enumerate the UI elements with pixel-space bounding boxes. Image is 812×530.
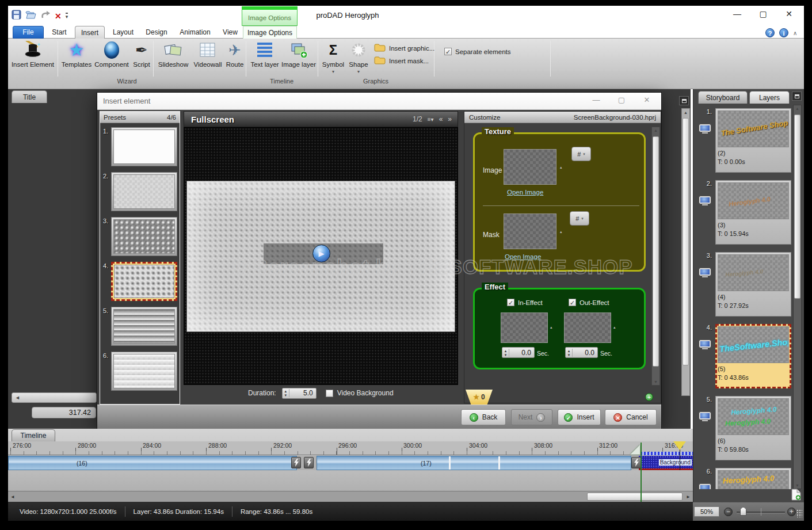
image-layer-button[interactable]: Image layer (281, 40, 317, 77)
preset-item-6[interactable]: 6. (100, 351, 180, 392)
play-button[interactable]: ▶ (312, 245, 330, 262)
save-icon[interactable] (12, 10, 21, 22)
add-icon[interactable]: + (645, 393, 653, 401)
zoom-slider-handle[interactable] (740, 507, 746, 516)
preset-item-3[interactable]: 3. (100, 216, 180, 258)
scrollbar-thumb[interactable] (653, 136, 659, 367)
scroll-left-icon[interactable]: ◄ (10, 494, 15, 500)
window-close-button[interactable]: ✕ (780, 9, 798, 18)
scroll-down-icon[interactable]: ▼ (654, 380, 658, 384)
route-button[interactable]: ✈ Route (223, 40, 246, 77)
out-effect-checkbox[interactable]: ✓ Out-Effect (569, 299, 609, 306)
preset-item-2[interactable]: 2. (100, 171, 180, 213)
filter-icon[interactable]: ≡▾ (428, 116, 434, 123)
canvas-tab-title[interactable]: Title (12, 90, 47, 103)
previous-page-icon[interactable]: « (439, 115, 443, 123)
canvas-horizontal-scrollbar[interactable]: ◄ (12, 392, 97, 403)
texture-mask-hash-dropdown[interactable]: #▾ (570, 211, 589, 226)
transition-bolt-icon[interactable] (304, 457, 314, 468)
open-image-link[interactable]: Open Image (507, 189, 543, 196)
tab-image-options[interactable]: Image Options (243, 26, 297, 39)
layer-item-2[interactable]: 2. Heroglyph 4.0 (3) T: 0 15.94s (695, 180, 792, 248)
preset-item-4-selected[interactable]: 4. (100, 261, 180, 303)
back-button[interactable]: ‹ Back (461, 409, 506, 425)
resize-grip[interactable] (796, 509, 802, 517)
insert-mask-button[interactable]: Insert mask... (374, 55, 429, 67)
tab-animation[interactable]: Animation (174, 26, 216, 39)
cancel-button[interactable]: ✕ Cancel (605, 409, 657, 425)
scroll-up-icon[interactable]: ▲ (652, 128, 659, 132)
spinner-arrows-icon[interactable]: ▴▾ (502, 349, 509, 357)
video-background-checkbox[interactable] (326, 390, 333, 397)
scroll-up-icon[interactable]: ▲ (794, 106, 801, 110)
transition-bolt-icon[interactable] (291, 457, 301, 468)
videowall-button[interactable]: Videowall (191, 40, 224, 77)
monitor-icon[interactable] (699, 340, 711, 350)
templates-button[interactable]: ★ Templates (60, 40, 93, 77)
monitor-icon[interactable] (699, 124, 711, 134)
background-clip[interactable]: Background (639, 456, 693, 470)
layer-item-5[interactable]: 5. Heroglyph 4.0 Heroglyph 4.0 (6) T: 0 … (695, 396, 792, 464)
in-effect-checkbox[interactable]: ✓ In-Effect (507, 299, 543, 306)
separate-elements-checkbox[interactable]: ✓ Separate elements (444, 48, 511, 55)
clip-16[interactable]: (16) (8, 456, 297, 470)
window-minimize-button[interactable]: — (729, 9, 746, 18)
zoom-in-button[interactable]: + (787, 508, 796, 516)
open-icon[interactable] (25, 10, 36, 22)
timeline-tab[interactable]: Timeline (12, 429, 55, 441)
dialog-maximize-button[interactable]: ▢ (612, 96, 631, 104)
canvas-vertical-scrollbar[interactable]: ▲ (681, 108, 690, 396)
zoom-out-button[interactable]: − (724, 508, 733, 516)
layer-item-3[interactable]: 3. Heroglyph 4.0 (4) T: 0 27.92s (695, 252, 792, 320)
tab-view[interactable]: View (218, 26, 243, 39)
texture-image-thumbnail[interactable] (504, 149, 556, 185)
tab-insert[interactable]: Insert (75, 26, 105, 39)
help-icon[interactable]: ? (765, 28, 775, 37)
monitor-icon[interactable] (699, 484, 711, 489)
scroll-left-icon[interactable]: ◄ (15, 395, 20, 401)
script-button[interactable]: ✒ Script (130, 40, 153, 77)
out-effect-seconds-spinner[interactable]: ▴▾ 0.0 (565, 347, 598, 358)
tab-design[interactable]: Design (140, 26, 173, 39)
timeline-ruler[interactable]: 276:00 280:00 284:00 288:00 292:00 296:0… (8, 441, 693, 455)
scroll-right-icon[interactable]: ► (686, 494, 691, 500)
customize-scrollbar[interactable]: ▲ ▼ (651, 127, 660, 386)
collapse-ribbon-icon[interactable]: ∧ (793, 30, 797, 36)
delete-icon[interactable]: ✕ (55, 12, 62, 21)
tab-file[interactable]: File (13, 26, 44, 39)
clip-17[interactable]: (17) (317, 456, 631, 470)
component-button[interactable]: Component (93, 40, 130, 77)
canvas-maximize-icon[interactable] (679, 96, 689, 105)
transition-bolt-icon[interactable] (631, 457, 641, 468)
toolbar-options-icon[interactable]: ▾ (66, 13, 68, 19)
tab-start[interactable]: Start (45, 26, 74, 39)
dialog-close-button[interactable]: ✕ (637, 96, 657, 104)
insert-button[interactable]: ✓ Insert (558, 409, 601, 425)
layer-item-1[interactable]: 1. The Software Shop (2) T: 0 0.00s (695, 108, 792, 176)
shape-button[interactable]: Shape ▾ (346, 40, 371, 77)
range-start-marker[interactable] (630, 445, 640, 455)
scroll-up-icon[interactable]: ▲ (682, 110, 689, 115)
spinner-arrows-icon[interactable]: ▴▾ (283, 389, 289, 397)
insert-element-button[interactable]: ✦ Insert Element (8, 40, 58, 77)
texture-mask-thumbnail[interactable] (504, 213, 556, 249)
texture-image-hash-dropdown[interactable]: #▾ (571, 147, 591, 161)
tab-storyboard[interactable]: Storyboard (698, 91, 748, 104)
zoom-level-value[interactable]: 50% (694, 506, 719, 517)
slideshow-button[interactable]: Slideshow (155, 40, 191, 77)
position-value-box[interactable]: 317.42 (32, 407, 96, 418)
scrollbar-thumb[interactable] (683, 118, 689, 365)
monitor-icon[interactable] (699, 268, 711, 278)
monitor-icon[interactable] (699, 196, 711, 206)
spinner-arrows-icon[interactable]: ▴▾ (566, 349, 573, 357)
tab-layers[interactable]: Layers (749, 91, 790, 104)
layer-item-4-selected[interactable]: 4. TheSoftware.Shop (5) T: 0 43.86s (695, 324, 792, 392)
insert-graphic-button[interactable]: Insert graphic... (374, 43, 434, 54)
window-maximize-button[interactable]: ▢ (754, 9, 772, 18)
tab-layout[interactable]: Layout (107, 26, 139, 39)
dialog-minimize-button[interactable]: — (586, 96, 606, 104)
monitor-icon[interactable] (699, 412, 711, 422)
text-layer-button[interactable]: Text layer (250, 40, 280, 77)
preset-item-5[interactable]: 5. (100, 306, 180, 348)
redo-icon[interactable] (40, 10, 51, 22)
